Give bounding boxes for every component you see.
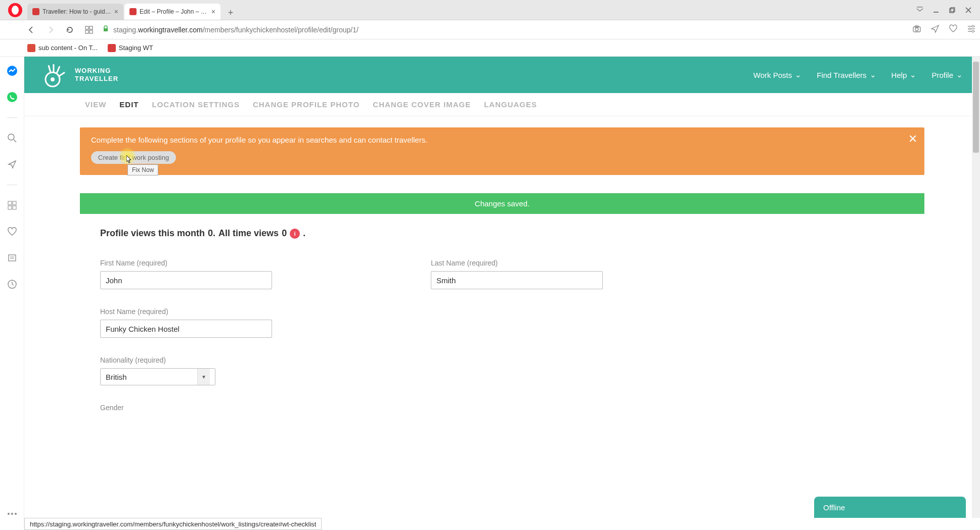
- snapshot-icon[interactable]: [912, 24, 921, 35]
- bookmark-label: sub content - On T...: [38, 44, 98, 52]
- svg-rect-7: [90, 26, 93, 29]
- svg-rect-6: [85, 26, 88, 29]
- browser-tab-strip: Traveller: How to - guides × Edit – Prof…: [0, 0, 980, 20]
- close-icon[interactable]: ×: [211, 8, 215, 16]
- favicon-icon: [32, 8, 39, 15]
- svg-rect-2: [950, 9, 954, 13]
- minimize-icon[interactable]: [932, 7, 940, 14]
- close-icon[interactable]: ×: [114, 8, 118, 16]
- url-text: staging.workingtraveller.com/members/fun…: [113, 26, 359, 34]
- tab-list: Traveller: How to - guides × Edit – Prof…: [27, 0, 238, 20]
- opera-logo-icon[interactable]: [8, 3, 22, 17]
- svg-rect-9: [90, 30, 93, 33]
- bookmark-favicon-icon: [108, 44, 116, 52]
- send-icon[interactable]: [930, 24, 940, 35]
- bookmark-item[interactable]: Staging WT: [108, 44, 153, 52]
- easy-setup-icon[interactable]: [967, 24, 976, 35]
- bookmark-label: Staging WT: [119, 44, 153, 52]
- address-bar[interactable]: staging.workingtraveller.com/members/fun…: [102, 25, 905, 34]
- speed-dial-icon[interactable]: [83, 24, 95, 36]
- menu-icon[interactable]: [916, 7, 923, 14]
- close-window-icon[interactable]: [965, 7, 972, 14]
- forward-button: [44, 24, 57, 36]
- svg-point-19: [972, 30, 974, 32]
- lock-icon: [102, 25, 109, 34]
- svg-rect-3: [951, 8, 955, 12]
- svg-rect-8: [85, 30, 88, 33]
- bookmark-item[interactable]: sub content - On T...: [27, 44, 98, 52]
- browser-tab[interactable]: Edit – Profile – John – Work ×: [124, 4, 220, 20]
- svg-point-17: [972, 25, 974, 27]
- bookmarks-bar: sub content - On T... Staging WT: [0, 39, 980, 57]
- window-controls: [916, 7, 977, 14]
- address-bar-row: staging.workingtraveller.com/members/fun…: [0, 20, 980, 39]
- bookmark-favicon-icon: [27, 44, 35, 52]
- heart-icon[interactable]: [949, 24, 958, 35]
- maximize-icon[interactable]: [949, 7, 956, 14]
- svg-point-12: [915, 28, 918, 31]
- tab-title: Traveller: How to - guides: [42, 8, 111, 15]
- favicon-icon: [129, 8, 137, 15]
- svg-rect-10: [104, 28, 108, 31]
- svg-point-18: [969, 28, 971, 30]
- url-actions: [912, 24, 976, 35]
- browser-tab[interactable]: Traveller: How to - guides ×: [27, 4, 123, 20]
- new-tab-button[interactable]: +: [224, 6, 238, 20]
- back-button[interactable]: [25, 24, 37, 36]
- tab-title: Edit – Profile – John – Work: [140, 8, 208, 15]
- reload-button[interactable]: [64, 24, 76, 36]
